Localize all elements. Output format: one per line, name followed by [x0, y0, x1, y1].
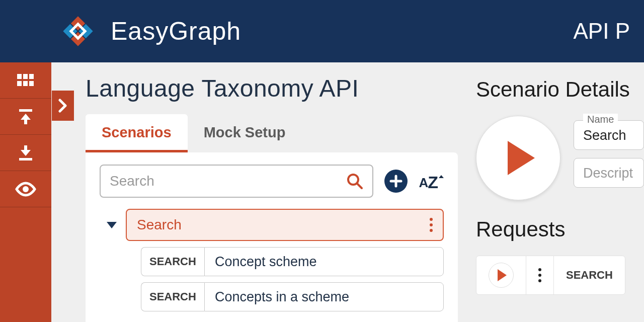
search-icon[interactable] [346, 173, 363, 190]
svg-rect-12 [19, 158, 32, 160]
tree-child-label: Concept scheme [204, 247, 444, 276]
search-input[interactable] [110, 173, 346, 189]
svg-rect-7 [29, 74, 34, 79]
svg-rect-5 [17, 74, 22, 79]
tree-collapse-toggle[interactable] [107, 222, 117, 228]
sort-az-button[interactable]: AZ [419, 172, 444, 191]
requests-title: Requests [476, 217, 644, 242]
sidebar [0, 62, 51, 322]
sidebar-upload-icon[interactable] [0, 99, 51, 135]
svg-rect-6 [23, 74, 28, 79]
sidebar-grid-icon[interactable] [0, 62, 51, 99]
tab-scenarios[interactable]: Scenarios [86, 114, 188, 152]
tree-node-label: Search [137, 217, 182, 233]
sidebar-download-icon[interactable] [0, 135, 51, 171]
tree-node-menu-button[interactable] [430, 218, 433, 232]
tree-child-item[interactable]: SEARCH Concepts in a scheme [141, 282, 444, 311]
page-title: Language Taxonomy API [86, 74, 458, 102]
run-request-button[interactable] [476, 256, 526, 294]
tab-mock-setup[interactable]: Mock Setup [188, 114, 302, 152]
svg-rect-9 [23, 81, 28, 86]
name-field-label: Name [583, 114, 618, 125]
tree-node-selected[interactable]: Search [126, 209, 444, 241]
plus-icon [389, 175, 403, 188]
chevron-right-icon [58, 99, 67, 113]
app-header: EasyGraph API P [0, 0, 644, 62]
description-placeholder: Descript [583, 166, 634, 181]
svg-point-13 [23, 186, 29, 192]
method-badge: SEARCH [141, 247, 204, 276]
svg-rect-11 [19, 109, 32, 112]
request-method-badge[interactable]: SEARCH [554, 256, 625, 294]
play-icon [498, 269, 507, 281]
sidebar-eye-icon[interactable] [0, 171, 51, 207]
tabs: Scenarios Mock Setup [86, 114, 458, 152]
svg-rect-8 [17, 81, 22, 86]
svg-line-15 [357, 184, 362, 188]
brand: EasyGraph [55, 15, 241, 48]
svg-rect-10 [29, 81, 34, 86]
sidebar-expand-button[interactable] [52, 91, 74, 121]
request-row: SEARCH [476, 256, 625, 295]
name-field-value: Search [583, 128, 634, 143]
tab-panel-scenarios: AZ Search SEARCH Concept scheme SEARCH [86, 152, 458, 322]
name-field[interactable]: Name Search [574, 120, 644, 150]
logo-icon [55, 15, 101, 48]
search-box[interactable] [100, 165, 373, 198]
scenario-details-title: Scenario Details [476, 77, 644, 102]
header-title: API P [574, 19, 630, 44]
request-menu-button[interactable] [526, 256, 554, 294]
tree-child-label: Concepts in a scheme [204, 282, 444, 311]
description-field[interactable]: Descript [574, 158, 644, 188]
tree-child-item[interactable]: SEARCH Concept scheme [141, 247, 444, 276]
run-scenario-button[interactable] [476, 116, 560, 200]
brand-name: EasyGraph [111, 17, 241, 46]
play-icon [508, 141, 535, 175]
method-badge: SEARCH [141, 282, 204, 311]
add-button[interactable] [384, 170, 408, 193]
kebab-icon [538, 268, 541, 282]
